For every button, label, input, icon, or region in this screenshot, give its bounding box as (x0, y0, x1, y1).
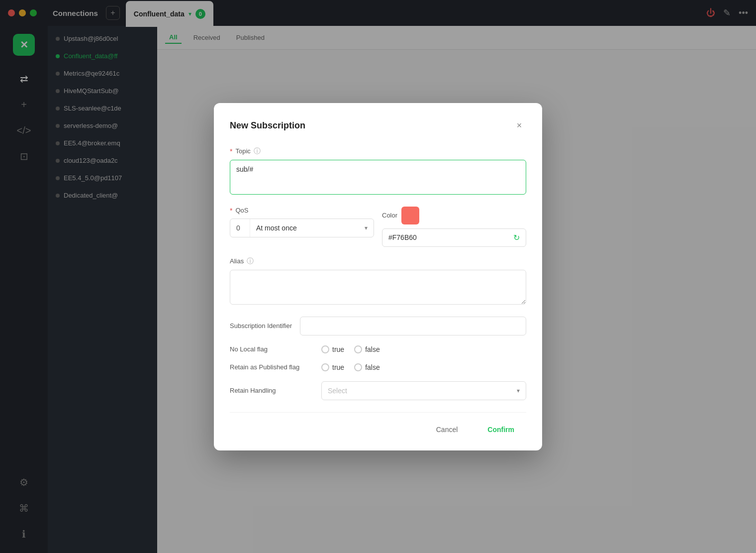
qos-color-row: * QoS 0 At most once ▾ Color (230, 207, 526, 247)
retain-handling-placeholder: Select (328, 387, 517, 395)
no-local-false-option[interactable]: false (354, 345, 380, 353)
qos-field: * QoS 0 At most once ▾ (230, 207, 374, 247)
retain-published-false-label: false (365, 363, 380, 371)
cancel-button[interactable]: Cancel (426, 421, 468, 439)
required-marker: * (230, 147, 232, 155)
topic-label: * Topic ⓘ (230, 147, 526, 156)
modal-overlay: New Subscription × * Topic ⓘ sub/# * QoS… (0, 0, 756, 553)
topic-field: * Topic ⓘ sub/# (230, 147, 526, 197)
qos-dropdown[interactable]: At most once ▾ (250, 219, 374, 237)
qos-option-text: At most once (256, 224, 297, 232)
topic-info-icon[interactable]: ⓘ (254, 147, 261, 156)
no-local-flag-radio-group: true false (321, 345, 380, 353)
subscription-id-field: Subscription Identifier (230, 317, 526, 335)
retain-handling-field: Retain Handling Select ▾ (230, 381, 526, 400)
color-input-wrapper: ↻ (382, 228, 526, 247)
topic-input[interactable]: sub/# (230, 160, 526, 195)
retain-handling-chevron-icon: ▾ (517, 387, 520, 394)
alias-field: Alias ⓘ (230, 257, 526, 307)
alias-label-text: Alias (230, 257, 244, 265)
qos-number: 0 (230, 219, 250, 237)
alias-info-icon[interactable]: ⓘ (247, 257, 254, 266)
retain-published-field: Retain as Published flag true false (230, 363, 526, 371)
no-local-flag-label: No Local flag (230, 345, 309, 353)
alias-input[interactable] (230, 270, 526, 305)
retain-published-true-option[interactable]: true (321, 363, 344, 371)
qos-chevron-icon: ▾ (365, 224, 368, 231)
retain-published-true-radio[interactable] (321, 363, 329, 371)
color-swatch-button[interactable] (401, 207, 419, 224)
no-local-false-radio[interactable] (354, 345, 362, 353)
qos-label-text: QoS (235, 207, 248, 214)
no-local-true-radio[interactable] (321, 345, 329, 353)
retain-handling-select[interactable]: Select ▾ (321, 381, 526, 400)
no-local-flag-field: No Local flag true false (230, 345, 526, 353)
topic-label-text: Topic (235, 147, 250, 155)
retain-published-true-label: true (332, 363, 344, 371)
refresh-color-icon[interactable]: ↻ (513, 233, 520, 242)
no-local-false-label: false (365, 345, 380, 353)
color-label-text: Color (382, 212, 397, 219)
retain-published-label: Retain as Published flag (230, 363, 309, 371)
color-label-row: Color (382, 207, 526, 224)
modal-header: New Subscription × (230, 119, 526, 133)
subscription-id-input[interactable] (300, 317, 526, 335)
modal-title: New Subscription (230, 120, 305, 131)
retain-published-false-radio[interactable] (354, 363, 362, 371)
no-local-true-label: true (332, 345, 344, 353)
color-hex-input[interactable] (388, 233, 509, 241)
retain-published-false-option[interactable]: false (354, 363, 380, 371)
no-local-true-option[interactable]: true (321, 345, 344, 353)
new-subscription-modal: New Subscription × * Topic ⓘ sub/# * QoS… (214, 103, 542, 450)
qos-label: * QoS (230, 207, 374, 215)
qos-select[interactable]: 0 At most once ▾ (230, 219, 374, 237)
modal-footer: Cancel Confirm (230, 412, 526, 439)
retain-handling-label: Retain Handling (230, 387, 309, 394)
subscription-id-label: Subscription Identifier (230, 322, 292, 330)
color-field: Color ↻ (382, 207, 526, 247)
retain-published-radio-group: true false (321, 363, 380, 371)
modal-close-button[interactable]: × (512, 119, 526, 133)
required-marker: * (230, 207, 232, 215)
confirm-button[interactable]: Confirm (475, 421, 526, 439)
alias-label: Alias ⓘ (230, 257, 526, 266)
